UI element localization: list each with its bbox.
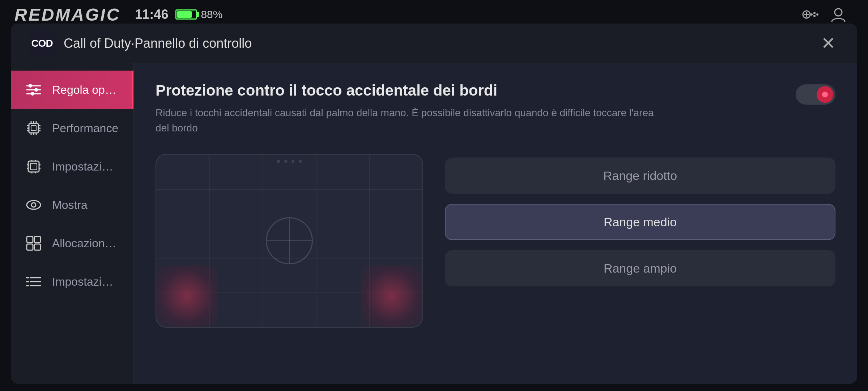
grid-line-v3 (316, 155, 316, 327)
sidebar-label-impostazioni-altre: Impostazioni delle (52, 275, 119, 289)
phone-preview (156, 154, 423, 328)
grid-line-h1 (156, 189, 422, 190)
sidebar-label-performance: Performance (52, 122, 118, 135)
svg-point-11 (29, 84, 32, 88)
crosshair (266, 217, 313, 264)
sidebar-item-regola[interactable]: Regola operazione (11, 71, 133, 109)
svg-rect-15 (31, 126, 36, 131)
svg-point-3 (813, 12, 816, 14)
cpu-icon (25, 120, 42, 136)
svg-point-12 (34, 88, 38, 92)
range-ridotto-button[interactable]: Range ridotto (445, 157, 835, 194)
svg-point-38 (27, 201, 41, 209)
toggle-thumb (817, 86, 833, 103)
svg-rect-29 (30, 163, 37, 170)
feature-title: Protezione contro il tocco accidentale d… (156, 81, 781, 100)
preview-dots (277, 160, 302, 163)
svg-rect-40 (27, 236, 33, 243)
notch (387, 0, 481, 20)
corner-indicator-bottom-right (361, 265, 422, 327)
svg-point-6 (810, 13, 813, 16)
battery-fill (177, 11, 192, 18)
toggle-container (796, 84, 835, 105)
battery-indicator: 88% (175, 8, 222, 21)
cod-logo: COD (29, 30, 55, 56)
status-time: 11:46 (135, 7, 168, 22)
sidebar-label-allocazione: Allocazione della f (52, 237, 119, 250)
feature-toggle[interactable] (796, 84, 835, 105)
sidebar-item-impostazioni-altre[interactable]: Impostazioni delle (11, 262, 133, 301)
feature-description: Riduce i tocchi accidentali causati dal … (156, 105, 662, 136)
sidebar-label-regola: Regola operazione (52, 83, 119, 97)
main-panel: COD Call of Duty·Pannello di controllo ✕… (11, 24, 857, 384)
svg-rect-42 (27, 244, 33, 250)
feature-title-block: Protezione contro il tocco accidentale d… (156, 81, 796, 136)
svg-point-13 (31, 92, 34, 96)
range-ampio-button[interactable]: Range ampio (445, 250, 835, 286)
grid-line-v2 (263, 155, 263, 327)
gamepad-icon (801, 7, 820, 22)
svg-rect-14 (29, 123, 38, 133)
crosshair-vertical (289, 218, 290, 263)
close-button[interactable]: ✕ (817, 33, 839, 54)
preview-dot-2 (284, 160, 287, 163)
sidebar-item-impostazioni-chip[interactable]: Impostazioni della (11, 147, 133, 186)
svg-point-4 (816, 13, 818, 16)
svg-rect-43 (34, 244, 41, 250)
panel-title: Call of Duty·Pannello di controllo (64, 36, 817, 51)
sidebar-item-mostra[interactable]: Mostra (11, 186, 133, 224)
panel-body: Regola operazione (11, 63, 857, 384)
status-bar-right (801, 7, 846, 22)
range-medio-button[interactable]: Range medio (445, 204, 835, 240)
panel-header: COD Call of Duty·Pannello di controllo ✕ (11, 24, 857, 63)
sidebar: Regola operazione (11, 63, 134, 384)
sidebar-item-performance[interactable]: Performance (11, 109, 133, 147)
svg-rect-41 (34, 236, 41, 243)
svg-rect-28 (28, 161, 39, 172)
app-icon: COD (29, 30, 55, 56)
brand-logo: REDMAGIC (14, 5, 120, 25)
corner-indicator-bottom-left (156, 265, 218, 327)
sidebar-item-allocazione[interactable]: Allocazione della f (11, 224, 133, 262)
feature-header: Protezione contro il tocco accidentale d… (156, 81, 835, 136)
chip-icon (25, 158, 42, 175)
sidebar-label-impostazioni-chip: Impostazioni della (52, 160, 119, 173)
phone-preview-inner (156, 155, 422, 327)
range-buttons: Range ridotto Range medio Range ampio (445, 154, 835, 286)
user-icon (830, 7, 846, 22)
main-content: Protezione contro il tocco accidentale d… (134, 63, 857, 384)
svg-point-39 (31, 203, 36, 207)
battery-percent: 88% (201, 8, 222, 21)
preview-dot-3 (292, 160, 294, 163)
sidebar-label-mostra: Mostra (52, 198, 88, 212)
sliders-icon (25, 81, 42, 98)
svg-point-5 (813, 15, 816, 17)
eye-icon (25, 197, 42, 213)
content-area: Range ridotto Range medio Range ampio (156, 154, 835, 328)
svg-point-7 (835, 9, 842, 16)
preview-dot-1 (277, 160, 280, 163)
battery-icon (175, 9, 197, 20)
grid-icon (25, 235, 42, 252)
preview-dot-4 (299, 160, 302, 163)
list-icon (25, 273, 42, 290)
crosshair-circle (266, 217, 313, 264)
